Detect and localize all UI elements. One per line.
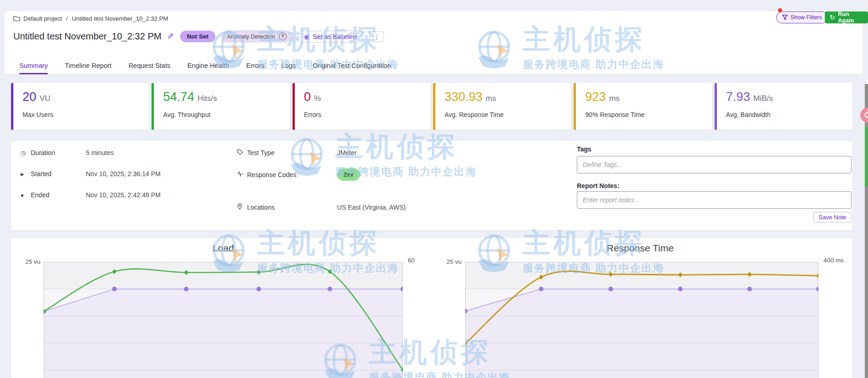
- chart-point-users: [184, 287, 188, 291]
- locations-row: Locations US East (Virginia, AWS): [237, 203, 406, 211]
- kpi-unit: MiB/s: [753, 94, 773, 103]
- report-page: Default project / Untitled test November…: [0, 0, 868, 378]
- help-icon[interactable]: ?: [279, 33, 287, 40]
- tab-engine-health[interactable]: Engine Health: [187, 57, 229, 74]
- kpi-value: 54.74: [163, 90, 194, 104]
- kpi-value: 330.93: [445, 90, 483, 104]
- report-header: Default project / Untitled test November…: [5, 11, 862, 74]
- chart-point-users: [747, 287, 752, 291]
- kebab-menu-icon: ⋮: [373, 33, 380, 40]
- set-as-baseline-button[interactable]: ◉ Set as Baseline: [298, 31, 364, 43]
- tags-label: Tags: [577, 145, 592, 153]
- response-time-chart: [465, 262, 818, 378]
- pulse-icon: [237, 171, 247, 178]
- scrollbar-thumb[interactable]: [865, 127, 868, 187]
- status-badge[interactable]: Not Set: [180, 31, 215, 42]
- kpi-label: Avg. Response Time: [445, 111, 562, 118]
- rt-left-axis-label: 25 vu: [441, 258, 462, 265]
- chart-point-users: [112, 287, 117, 291]
- load-left-axis-label: 25 vu: [20, 258, 40, 265]
- ended-value: Nov 10, 2025, 2:42:48 PM: [86, 191, 161, 199]
- run-again-button[interactable]: ↻ Run Again: [825, 11, 868, 23]
- report-notes-input[interactable]: [577, 191, 851, 209]
- started-row: ▶ Started Nov 10, 2025, 2:36:14 PM: [21, 170, 161, 178]
- tags-input[interactable]: [577, 156, 851, 173]
- test-type-label: Test Type: [247, 149, 337, 156]
- response-codes-label: Response Codes: [247, 171, 337, 178]
- test-type-row: Test Type JMeter: [237, 149, 357, 156]
- page-title: Untitled test November_10_2:32 PM: [13, 31, 161, 42]
- kpi-errors: 0% Errors: [293, 83, 430, 130]
- response-code-badge[interactable]: 2xx: [337, 168, 360, 181]
- kpi-avg-bandwidth: 7.93MiB/s Avg. Bandwidth: [715, 83, 852, 130]
- kpi-row: 20VU Max Users 54.74Hits/s Avg. Throughp…: [11, 83, 852, 130]
- kpi-90-response-time: 923ms 90% Response Time: [574, 83, 711, 130]
- location-pin-icon: [237, 203, 247, 211]
- kpi-label: Max Users: [23, 111, 140, 118]
- show-filters-button[interactable]: Show Filters: [776, 11, 828, 23]
- kpi-avg-throughput: 54.74Hits/s Avg. Throughput: [152, 83, 289, 130]
- kpi-label: Avg. Bandwidth: [726, 111, 843, 118]
- kebab-menu-button[interactable]: ⋮: [369, 31, 384, 42]
- started-value: Nov 10, 2025, 2:36:14 PM: [86, 170, 161, 178]
- edit-pencil-icon[interactable]: ✎: [167, 32, 174, 41]
- tab-request-stats[interactable]: Request Stats: [129, 57, 170, 74]
- kpi-label: Avg. Throughput: [163, 111, 280, 118]
- breadcrumb-test[interactable]: Untitled test November_10_2:32 PM: [72, 15, 168, 22]
- kpi-value: 20: [23, 90, 36, 104]
- baseline-icon: ◉: [304, 33, 310, 40]
- notification-dot: [778, 8, 782, 12]
- tag-icon: [237, 149, 247, 156]
- run-again-label: Run Again: [838, 11, 863, 24]
- kpi-label: 90% Response Time: [585, 111, 702, 118]
- tab-summary[interactable]: Summary: [19, 57, 48, 74]
- anomaly-detection-pill[interactable]: Anomaly Detection ?: [221, 30, 292, 43]
- chart-point-users: [609, 287, 613, 291]
- set-as-baseline-label: Set as Baseline: [313, 33, 357, 40]
- anomaly-detection-label: Anomaly Detection: [227, 33, 275, 40]
- save-note-button[interactable]: Save Note: [813, 212, 851, 222]
- kpi-value: 0: [304, 90, 311, 104]
- title-row: Untitled test November_10_2:32 PM ✎ Not …: [13, 30, 384, 43]
- duration-row: ◷ Duration 5 minutes: [21, 149, 114, 156]
- breadcrumb-project[interactable]: Default project: [23, 15, 62, 22]
- started-label: Started: [31, 170, 86, 178]
- chart-point-users: [539, 287, 543, 291]
- ended-icon: ■: [21, 193, 31, 198]
- kpi-label: Errors: [304, 111, 421, 118]
- test-type-value: JMeter: [337, 149, 357, 156]
- duration-value: 5 minutes: [86, 149, 114, 156]
- filter-icon: [782, 15, 788, 20]
- kpi-unit: Hits/s: [197, 94, 217, 103]
- breadcrumb-separator: /: [65, 15, 69, 22]
- chart-point-users: [256, 287, 261, 291]
- ended-label: Ended: [31, 191, 86, 199]
- kpi-unit: %: [314, 94, 321, 103]
- support-widget-icon[interactable]: [860, 108, 868, 122]
- started-icon[interactable]: ▶: [21, 172, 31, 177]
- kpi-unit: VU: [39, 94, 51, 103]
- kpi-max-users: 20VU Max Users: [11, 83, 149, 130]
- tab-original-test-configuration[interactable]: Original Test Configuration: [313, 57, 391, 74]
- locations-label: Locations: [247, 204, 337, 211]
- ended-row: ■ Ended Nov 10, 2025, 2:42:48 PM: [21, 191, 161, 199]
- chart-point-users: [678, 287, 682, 291]
- response-time-chart-svg: [465, 262, 818, 378]
- chart-point-users: [327, 287, 332, 291]
- locations-value: US East (Virginia, AWS): [337, 204, 406, 211]
- tab-logs[interactable]: Logs: [282, 57, 296, 74]
- load-chart-svg: [44, 262, 403, 378]
- charts-card: Load 25 vu 60 Response Time 25 vu 400 ms: [11, 238, 852, 378]
- report-notes-label: Report Notes:: [577, 182, 620, 189]
- tab-errors[interactable]: Errors: [246, 57, 264, 74]
- breadcrumb: Default project / Untitled test November…: [13, 15, 168, 22]
- kpi-value: 7.93: [726, 90, 750, 104]
- load-chart: [44, 262, 403, 378]
- run-again-icon: ↻: [829, 13, 835, 22]
- kpi-value: 923: [585, 90, 606, 104]
- clock-icon: ◷: [21, 150, 31, 156]
- tab-timeline-report[interactable]: Timeline Report: [65, 57, 112, 74]
- load-right-axis-label: 60: [408, 257, 415, 264]
- kpi-unit: ms: [486, 94, 496, 103]
- duration-label: Duration: [31, 149, 86, 156]
